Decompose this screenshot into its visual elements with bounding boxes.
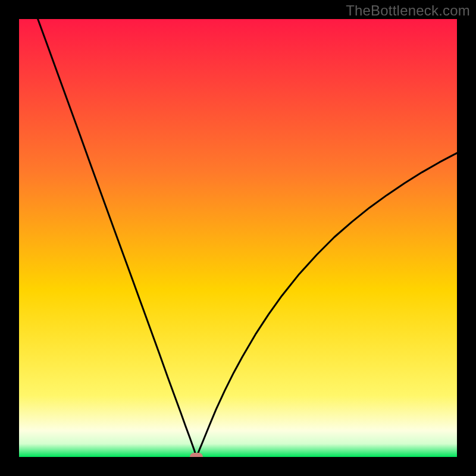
bottleneck-chart: [19, 19, 457, 457]
minimum-marker: [190, 453, 203, 457]
chart-frame: TheBottleneck.com: [0, 0, 476, 476]
plot-area: [19, 19, 457, 457]
gradient-background: [19, 19, 457, 457]
watermark-text: TheBottleneck.com: [346, 2, 470, 19]
